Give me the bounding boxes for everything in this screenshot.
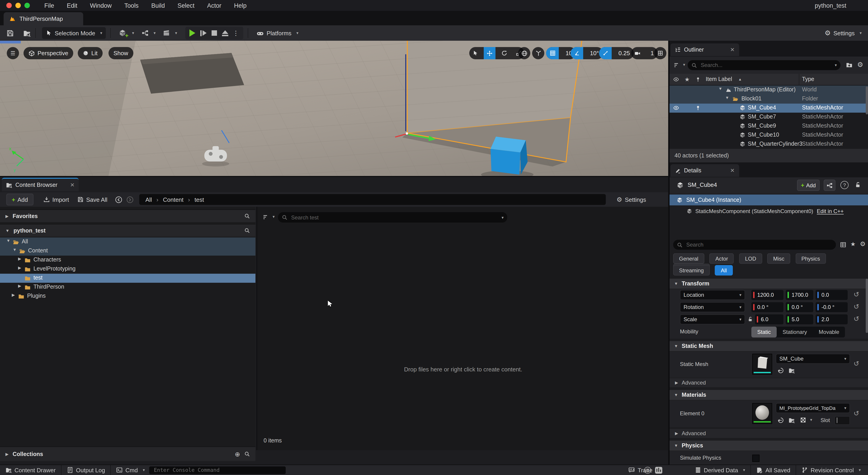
forward-icon[interactable] (126, 196, 133, 203)
tree-item-content[interactable]: ▼ Content (0, 246, 255, 256)
reset-icon[interactable]: ↺ (854, 291, 859, 299)
menu-help[interactable]: Help (234, 2, 247, 9)
chevron-down-icon[interactable]: ▾ (683, 62, 685, 67)
lock-open-icon[interactable] (855, 181, 861, 188)
materials-advanced[interactable]: ▶ Advanced (670, 429, 868, 438)
collections-section-header[interactable]: ▶ Collections ⊕ (0, 446, 255, 461)
column-divider[interactable] (799, 74, 799, 86)
edit-in-cpp-link[interactable]: Edit in C++ (817, 208, 844, 214)
reset-icon[interactable]: ↺ (854, 360, 859, 368)
tree-item-plugins[interactable]: ▶ Plugins (0, 292, 255, 301)
favorites-star-icon[interactable]: ★ (850, 241, 856, 247)
viewport-options-button[interactable]: ☰ (7, 47, 19, 59)
browse-to-asset-icon[interactable] (788, 367, 795, 374)
details-search-input[interactable] (685, 241, 832, 248)
outliner-scrollbar[interactable] (866, 86, 868, 115)
browse-mode-icon[interactable] (23, 29, 31, 37)
outliner-row[interactable]: SM_Cube10 StaticMeshActor (670, 131, 868, 140)
location-y-field[interactable]: 1700.0 (786, 290, 813, 300)
platforms-dropdown[interactable]: Platforms ▾ (253, 27, 302, 39)
all-saved-button[interactable]: All Saved (756, 467, 790, 473)
outliner-search-box[interactable]: ▾ (688, 60, 840, 70)
menu-file[interactable]: File (44, 2, 54, 9)
blueprints-button[interactable]: ▾ (138, 27, 159, 39)
filter-icon[interactable] (263, 214, 269, 220)
add-collection-icon[interactable]: ⊕ (235, 450, 240, 457)
mobility-static[interactable]: Static (751, 327, 777, 337)
column-item-label[interactable]: Item Label (706, 76, 732, 82)
menu-edit[interactable]: Edit (67, 2, 78, 9)
chevron-down-icon[interactable]: ▾ (502, 215, 504, 219)
content-browser-settings[interactable]: ⚙ Settings (616, 196, 646, 203)
material-asset-dropdown[interactable]: MI_PrototypeGrid_TopDa ▾ (776, 403, 850, 413)
derived-data-dropdown[interactable]: Derived Data ▾ (695, 467, 745, 473)
pin-column-icon[interactable] (695, 77, 701, 82)
reset-icon[interactable]: ↺ (854, 409, 859, 418)
texture-checker-icon[interactable] (800, 417, 806, 423)
category-physics[interactable]: Physics (796, 253, 826, 264)
tree-item-thirdperson[interactable]: ▶ ThirdPerson (0, 283, 255, 292)
slot-name-input[interactable] (835, 416, 850, 425)
rotate-tool-button[interactable] (498, 47, 510, 59)
cmd-dropdown[interactable]: Cmd ▾ (116, 467, 145, 473)
location-z-field[interactable]: 0.0 (815, 290, 848, 300)
menu-tools[interactable]: Tools (124, 2, 138, 9)
close-icon[interactable]: ✕ (730, 168, 735, 174)
save-all-button[interactable]: Save All (77, 196, 107, 203)
section-transform[interactable]: ▼ Transform (670, 279, 868, 289)
reset-icon[interactable]: ↺ (854, 315, 859, 323)
asset-search-input[interactable] (290, 214, 497, 221)
rotation-snap-control[interactable]: 10° (570, 47, 603, 59)
level-viewport[interactable]: x y ☰ Perspective Lit Show (0, 41, 668, 176)
move-tool-button[interactable] (484, 47, 495, 59)
favorite-column-star-icon[interactable]: ★ (684, 76, 690, 83)
breadcrumb-content[interactable]: Content (163, 196, 184, 203)
filter-icon[interactable] (674, 62, 680, 68)
static-mesh-advanced[interactable]: ▶ Advanced (670, 378, 868, 387)
rotation-x-field[interactable]: 0.0 ° (751, 302, 783, 312)
rotation-dropdown[interactable]: Rotation ▾ (680, 302, 745, 312)
menu-actor[interactable]: Actor (207, 2, 221, 9)
blueprint-button[interactable] (824, 180, 835, 191)
settings-dropdown[interactable]: ⚙ Settings ▾ (825, 29, 862, 37)
outliner-row-selected[interactable]: SM_Cube4 StaticMeshActor (670, 103, 868, 113)
category-actor[interactable]: Actor (710, 253, 734, 264)
snapshot-status-icon[interactable] (655, 467, 662, 474)
menu-window[interactable]: Window (90, 2, 112, 9)
maximize-viewport-button[interactable] (654, 47, 666, 59)
add-component-button[interactable]: + Add (797, 180, 819, 191)
close-window-button[interactable] (6, 3, 12, 8)
expander-icon[interactable]: ▼ (725, 95, 729, 100)
outliner-settings-gear-icon[interactable]: ⚙ (857, 61, 863, 69)
eject-button[interactable] (220, 28, 230, 38)
save-level-icon[interactable] (6, 29, 14, 37)
scale-z-field[interactable]: 2.0 (815, 315, 848, 324)
back-icon[interactable] (115, 196, 122, 203)
category-streaming[interactable]: Streaming (673, 265, 710, 275)
rotation-z-field[interactable]: -0.0 ° (815, 302, 848, 312)
use-selected-asset-icon[interactable] (778, 367, 784, 374)
tree-item-characters[interactable]: ▶ Characters (0, 256, 255, 265)
reset-icon[interactable]: ↺ (854, 303, 859, 311)
display-mode-table-icon[interactable] (840, 242, 846, 248)
static-mesh-asset-dropdown[interactable]: SM_Cube ▾ (776, 354, 850, 364)
insights-status-icon[interactable] (644, 467, 651, 474)
outliner-row-folder[interactable]: ▼ Block01 Folder (670, 94, 868, 103)
pin-icon[interactable] (695, 106, 701, 111)
outliner-row[interactable]: SM_Cube7 StaticMeshActor (670, 113, 868, 122)
close-icon[interactable]: ✕ (730, 47, 735, 53)
world-local-toggle[interactable] (518, 47, 530, 59)
location-dropdown[interactable]: Location ▾ (680, 290, 745, 300)
mobility-stationary[interactable]: Stationary (777, 327, 813, 337)
details-search-box[interactable] (673, 240, 836, 250)
content-drawer-button[interactable]: Content Drawer (5, 467, 56, 473)
tab-level[interactable]: ThirdPersonMap (4, 12, 83, 25)
browse-to-asset-icon[interactable] (788, 417, 795, 423)
tab-details[interactable]: Details ✕ (671, 164, 739, 177)
tree-item-test[interactable]: test (0, 274, 255, 283)
mobility-movable[interactable]: Movable (813, 327, 845, 337)
category-all[interactable]: All (715, 265, 733, 275)
location-x-field[interactable]: 1200.0 (751, 290, 783, 300)
scale-lock-open-icon[interactable] (747, 316, 753, 322)
play-options-kebab-icon[interactable]: ⋮ (230, 28, 241, 38)
